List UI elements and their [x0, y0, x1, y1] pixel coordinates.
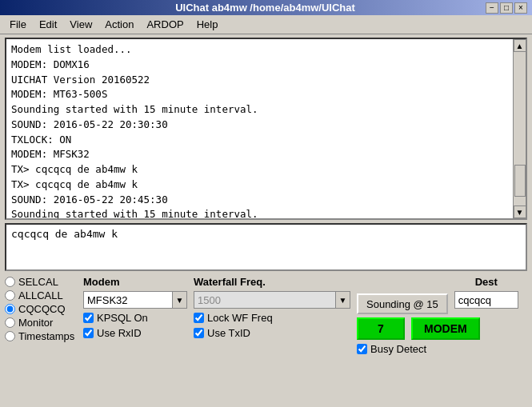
- label-rb_cqcqcq: CQCQCQ: [18, 303, 66, 315]
- modem-dropdown-arrow[interactable]: ▼: [172, 292, 186, 308]
- busy-detect-label: Busy Detect: [370, 343, 426, 355]
- menu-view[interactable]: View: [63, 17, 98, 32]
- scroll-down-button[interactable]: ▼: [514, 205, 526, 218]
- freq-input-wrapper: ▼: [194, 291, 350, 309]
- lock-wf-label: Lock WF Freq: [207, 312, 273, 324]
- busy-detect-checkbox[interactable]: [357, 344, 367, 354]
- waterfall-label: Waterfall Freq.: [194, 276, 350, 288]
- titlebar-controls: − □ ×: [486, 2, 527, 14]
- controls-row: SELCALALLCALLCQCQCQMonitorTimestamps Mod…: [5, 276, 527, 355]
- txid-label: Use TxID: [207, 327, 250, 339]
- right-panel: Sounding @ 15 Dest 7 MODEM Busy Detect: [357, 276, 527, 355]
- right-top-row: Sounding @ 15 Dest: [357, 276, 527, 314]
- lock-wf-row: Lock WF Freq: [194, 312, 350, 324]
- menu-help[interactable]: Help: [190, 17, 225, 32]
- label-rb_monitor: Monitor: [18, 317, 53, 329]
- radio-rb_timestamps[interactable]: [5, 331, 15, 341]
- label-rb_timestamps: Timestamps: [18, 330, 74, 342]
- menu-ardop[interactable]: ARDOP: [140, 17, 190, 32]
- radio-item-rb_timestamps: Timestamps: [5, 330, 77, 342]
- modem-button[interactable]: MODEM: [411, 317, 480, 340]
- menubar: File Edit View Action ARDOP Help: [0, 15, 532, 34]
- log-text: Modem list loaded...MODEM: DOMX16UICHAT …: [6, 39, 513, 218]
- modem-panel: Modem MFSK32DOMX16MT63-500S ▼ KPSQL On U…: [83, 276, 187, 339]
- modem-label: Modem: [83, 276, 187, 288]
- label-rb_allcall: ALLCALL: [18, 289, 63, 301]
- dest-input[interactable]: [454, 291, 518, 309]
- dest-label: Dest: [454, 276, 518, 288]
- kpsql-label: KPSQL On: [97, 312, 148, 324]
- waterfall-panel: Waterfall Freq. ▼ Lock WF Freq Use TxID: [194, 276, 350, 339]
- dest-col: Dest: [454, 276, 518, 309]
- busy-row: Busy Detect: [357, 343, 527, 355]
- menu-action[interactable]: Action: [98, 17, 140, 32]
- menu-file[interactable]: File: [3, 17, 33, 32]
- scroll-track: [514, 53, 526, 205]
- freq-input[interactable]: [194, 293, 335, 307]
- scroll-up-button[interactable]: ▲: [514, 39, 526, 52]
- titlebar: UIChat ab4mw /home/ab4mw/UIChat − □ ×: [0, 0, 532, 15]
- kpsql-checkbox[interactable]: [83, 313, 94, 323]
- rxid-row: Use RxID: [83, 327, 187, 339]
- freq-dropdown-arrow[interactable]: ▼: [335, 292, 350, 308]
- sounding-col: Sounding @ 15: [357, 276, 448, 314]
- radio-item-rb_cqcqcq: CQCQCQ: [5, 303, 77, 315]
- radio-item-rb_monitor: Monitor: [5, 317, 77, 329]
- radio-rb_selcal[interactable]: [5, 277, 15, 287]
- txid-checkbox[interactable]: [194, 328, 204, 338]
- radio-item-rb_allcall: ALLCALL: [5, 289, 77, 301]
- scrollbar: ▲ ▼: [513, 39, 526, 218]
- kpsql-row: KPSQL On: [83, 312, 187, 324]
- radio-item-rb_selcal: SELCAL: [5, 276, 77, 288]
- minimize-button[interactable]: −: [486, 2, 498, 14]
- rxid-checkbox[interactable]: [83, 328, 94, 338]
- close-button[interactable]: ×: [514, 2, 527, 14]
- log-area: Modem list loaded...MODEM: DOMX16UICHAT …: [5, 38, 527, 220]
- bottom-row: 7 MODEM: [357, 317, 527, 340]
- main-content: Modem list loaded...MODEM: DOMX16UICHAT …: [0, 34, 532, 358]
- radio-panel: SELCALALLCALLCQCQCQMonitorTimestamps: [5, 276, 77, 342]
- scroll-thumb[interactable]: [514, 165, 526, 197]
- label-rb_selcal: SELCAL: [18, 276, 58, 288]
- txid-row: Use TxID: [194, 327, 350, 339]
- radio-rb_allcall[interactable]: [5, 290, 15, 301]
- sounding-button[interactable]: Sounding @ 15: [357, 293, 448, 314]
- titlebar-title: UIChat ab4mw /home/ab4mw/UIChat: [45, 2, 486, 14]
- maximize-button[interactable]: □: [500, 2, 513, 14]
- modem-select-wrapper: MFSK32DOMX16MT63-500S ▼: [83, 291, 187, 309]
- menu-edit[interactable]: Edit: [33, 17, 63, 32]
- radio-rb_cqcqcq[interactable]: [5, 304, 15, 314]
- rxid-label: Use RxID: [97, 327, 142, 339]
- input-area[interactable]: cqcqcq de ab4mw k: [5, 223, 527, 271]
- modem-select[interactable]: MFSK32DOMX16MT63-500S: [84, 293, 172, 307]
- number-button[interactable]: 7: [357, 317, 405, 340]
- lock-wf-checkbox[interactable]: [194, 313, 204, 323]
- radio-rb_monitor[interactable]: [5, 317, 15, 328]
